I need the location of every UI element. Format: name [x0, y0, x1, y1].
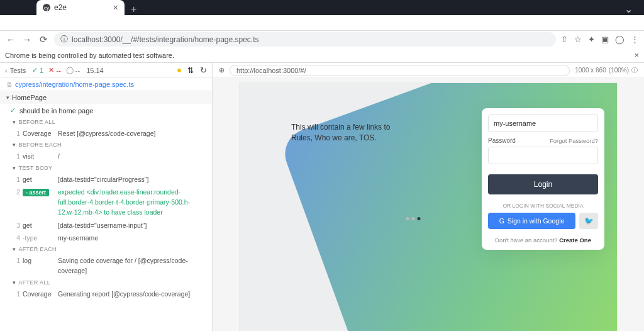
sort-icon[interactable]: ⇅: [187, 66, 194, 75]
restart-icon[interactable]: ↻: [200, 65, 207, 75]
status-dot-icon: [177, 69, 181, 72]
password-label: Password: [488, 137, 516, 144]
dot-icon[interactable]: [406, 217, 409, 220]
pass-count: ✓ 1: [32, 66, 43, 74]
panel-icon[interactable]: ▣: [601, 35, 609, 44]
section-test-body[interactable]: ▾TEST BODY: [0, 163, 212, 173]
main-area: ‹ Tests ✓ 1 ✕ -- ◯ -- 15.14 ⇅ ↻ 🗎 cypres…: [0, 63, 644, 331]
password-input[interactable]: [488, 147, 598, 164]
close-tab-icon[interactable]: ×: [113, 3, 118, 13]
test-row[interactable]: ✓ should be in home page: [0, 104, 212, 117]
google-icon: G: [499, 217, 504, 225]
cypress-reporter-panel: ‹ Tests ✓ 1 ✕ -- ◯ -- 15.14 ⇅ ↻ 🗎 cypres…: [0, 63, 213, 331]
google-signin-button[interactable]: G Sign in with Google: [488, 213, 575, 229]
cmd-row[interactable]: 3get[data-testid="username-input"]: [0, 219, 212, 232]
username-input[interactable]: [488, 115, 598, 132]
viewport-info[interactable]: 1000 x 660 (100%) ⓘ: [575, 66, 638, 75]
star-icon[interactable]: ☆: [574, 35, 582, 44]
forward-button[interactable]: →: [21, 34, 33, 45]
dot-icon-active[interactable]: [418, 217, 421, 220]
menu-icon[interactable]: ⋮: [631, 35, 639, 44]
preview-url[interactable]: http://localhost:3000/#/: [230, 65, 570, 76]
address-text: localhost:3000/__/#/tests/integration/ho…: [72, 35, 259, 44]
selector-playground-icon[interactable]: ⊕: [219, 66, 225, 74]
cmd-row[interactable]: 4-typemy-username: [0, 232, 212, 244]
pending-count: ◯ --: [66, 66, 80, 74]
login-button[interactable]: Login: [488, 174, 598, 194]
cmd-row-assert[interactable]: 2- assertexpected <div.loader.ease-linea…: [0, 186, 212, 219]
password-label-row: Password Forgot Password?: [488, 137, 598, 144]
create-account-row: Don't have an account? Create One: [488, 237, 598, 244]
browser-nav-bar: ← → ⟳ ⓘ localhost:3000/__/#/tests/integr…: [0, 30, 644, 48]
runner-header: ‹ Tests ✓ 1 ✕ -- ◯ -- 15.14 ⇅ ↻: [0, 63, 212, 78]
spec-file-link[interactable]: 🗎 cypress/integration/home-page.spec.ts: [0, 78, 212, 91]
caret-down-icon: ▾: [6, 94, 9, 101]
preview-url-bar: ⊕ http://localhost:3000/#/ 1000 x 660 (1…: [213, 63, 644, 78]
tab-chevron-icon[interactable]: ⌄: [618, 3, 639, 15]
tab-strip: cy e2e × + ⌄: [0, 0, 644, 15]
new-tab-button[interactable]: +: [125, 4, 143, 15]
file-icon: 🗎: [6, 81, 13, 88]
automation-notice-text: Chrome is being controlled by automated …: [5, 52, 174, 59]
check-icon: ✓: [10, 106, 16, 115]
address-bar[interactable]: ⓘ localhost:3000/__/#/tests/integration/…: [54, 32, 556, 47]
app-preview-panel: ⊕ http://localhost:3000/#/ 1000 x 660 (1…: [213, 63, 644, 331]
reload-button[interactable]: ⟳: [38, 34, 49, 45]
back-to-tests-button[interactable]: ‹ Tests: [5, 67, 26, 74]
app-frame: This will contain a few links to Rules, …: [213, 78, 644, 331]
close-notice-button[interactable]: ×: [634, 50, 639, 60]
forgot-password-link[interactable]: Forgot Password?: [550, 137, 598, 144]
carousel-dots[interactable]: [406, 217, 421, 220]
twitter-signin-button[interactable]: 🐦: [579, 213, 598, 229]
cypress-favicon-icon: cy: [43, 4, 50, 11]
fail-count: ✕ --: [48, 66, 60, 74]
tab-title: e2e: [54, 3, 67, 12]
toolbar-right: ⇧ ☆ ✦ ▣ ◯ ⋮: [561, 35, 639, 44]
twitter-icon: 🐦: [584, 216, 594, 225]
section-before-all[interactable]: ▾BEFORE ALL: [0, 117, 212, 127]
cmd-row[interactable]: 1get[data-testid="circularProgress"]: [0, 173, 212, 186]
browser-tab[interactable]: cy e2e ×: [36, 0, 125, 15]
dot-icon[interactable]: [412, 217, 415, 220]
cmd-row[interactable]: 1visit/: [0, 150, 212, 162]
automation-notice-bar: Chrome is being controlled by automated …: [0, 48, 644, 63]
section-after-all[interactable]: ▾AFTER ALL: [0, 278, 212, 288]
create-one-link[interactable]: Create One: [559, 237, 591, 244]
cmd-row[interactable]: 1CoverageGenerating report [@cypress/cod…: [0, 288, 212, 300]
extensions-icon[interactable]: ✦: [588, 35, 595, 44]
back-button[interactable]: ←: [5, 34, 16, 45]
suite-title: HomePage: [12, 94, 47, 101]
share-icon[interactable]: ⇧: [561, 35, 568, 44]
info-icon: ⓘ: [60, 34, 68, 45]
app-under-test: This will contain a few links to Rules, …: [240, 83, 617, 331]
cmd-row[interactable]: 1logSaving code coverage for / [@cypress…: [0, 254, 212, 278]
marketing-copy: This will contain a few links to Rules, …: [291, 122, 398, 143]
suite-row[interactable]: ▾ HomePage: [0, 91, 212, 104]
profile-icon[interactable]: ◯: [615, 35, 625, 44]
social-divider: OR LOGIN WITH SOCIAL MEDIA: [488, 203, 598, 209]
section-after-each[interactable]: ▾AFTER EACH: [0, 244, 212, 254]
info-icon: ⓘ: [631, 66, 638, 75]
login-card: Password Forgot Password? Login OR LOGIN…: [482, 108, 604, 250]
timer: 15.14: [86, 67, 104, 74]
cmd-row[interactable]: 1CoverageReset [@cypress/code-coverage]: [0, 127, 212, 140]
test-title: should be in home page: [19, 107, 93, 115]
assert-badge: - assert: [23, 189, 49, 196]
section-before-each[interactable]: ▾BEFORE EACH: [0, 140, 212, 150]
